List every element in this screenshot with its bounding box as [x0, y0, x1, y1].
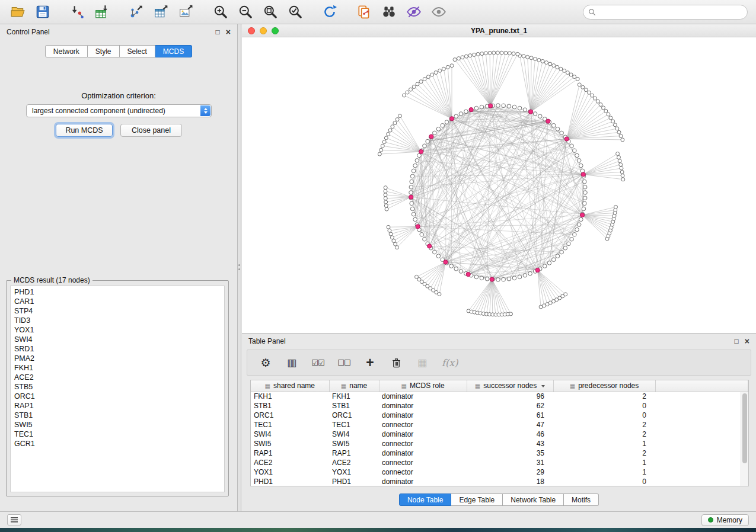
table-row[interactable]: FKH1FKH1dominator962 [251, 392, 748, 401]
network-node[interactable] [413, 217, 417, 222]
run-mcds-button[interactable]: Run MCDS [56, 124, 113, 137]
network-node[interactable] [409, 88, 413, 91]
network-node[interactable] [492, 51, 496, 55]
table-scrollbar[interactable] [741, 392, 748, 486]
network-node[interactable] [384, 200, 388, 204]
network-node[interactable] [409, 185, 413, 190]
table-cell[interactable]: dominator [379, 430, 467, 439]
add-column-icon[interactable]: + [363, 355, 377, 370]
network-node[interactable] [426, 75, 430, 79]
network-node[interactable] [436, 127, 441, 132]
network-node[interactable] [563, 69, 566, 72]
share-document-button[interactable] [355, 2, 374, 21]
network-node[interactable] [523, 274, 527, 278]
network-node[interactable] [464, 55, 468, 58]
network-node[interactable] [529, 56, 533, 60]
import-table-button[interactable] [92, 2, 111, 21]
table-cell[interactable]: YOX1 [251, 467, 329, 477]
network-node[interactable] [384, 197, 387, 200]
table-cell[interactable]: 1 [553, 439, 655, 448]
show-columns-icon[interactable]: ▥ [285, 355, 298, 370]
mcds-result-item[interactable]: PHD1 [11, 287, 224, 297]
zoom-in-button[interactable] [211, 2, 230, 21]
criterion-dropdown[interactable]: largest connected component (undirected) [26, 104, 212, 117]
table-cell[interactable]: 46 [467, 430, 553, 439]
table-cell[interactable]: 18 [467, 477, 553, 486]
network-node[interactable] [390, 236, 394, 239]
mcds-hub-node[interactable] [489, 104, 493, 108]
network-node[interactable] [616, 152, 620, 156]
mcds-hub-node[interactable] [409, 195, 413, 199]
table-cell[interactable]: ORC1 [329, 411, 379, 420]
export-image-button[interactable] [177, 2, 196, 21]
network-node[interactable] [457, 57, 461, 60]
table-row[interactable]: TEC1TEC1connector472 [251, 420, 748, 430]
table-cell[interactable]: TEC1 [251, 420, 329, 430]
network-node[interactable] [384, 190, 387, 193]
network-node[interactable] [387, 132, 390, 136]
network-node[interactable] [484, 52, 487, 55]
float-panel-icon[interactable]: □ [216, 28, 220, 36]
network-node[interactable] [548, 62, 552, 66]
table-cell[interactable]: dominator [379, 392, 467, 401]
table-cell[interactable]: RAP1 [329, 448, 379, 458]
network-node[interactable] [393, 121, 397, 125]
network-node[interactable] [584, 88, 588, 92]
table-cell[interactable]: 29 [467, 467, 553, 477]
network-node[interactable] [512, 52, 515, 56]
network-node[interactable] [508, 52, 512, 55]
network-node[interactable] [387, 225, 390, 229]
network-node[interactable] [410, 174, 414, 178]
network-node[interactable] [433, 250, 437, 254]
network-node[interactable] [445, 120, 449, 124]
export-table-button[interactable] [152, 2, 171, 21]
table-cell[interactable]: RAP1 [251, 448, 329, 458]
mcds-result-item[interactable]: GCR1 [11, 439, 224, 448]
table-row[interactable]: ACE2ACE2connector311 [251, 458, 748, 467]
zoom-fit-button[interactable] [261, 2, 280, 21]
column-filter-chevron-icon[interactable] [541, 385, 545, 387]
deselect-all-icon[interactable]: ☐☐ [337, 355, 350, 370]
network-node[interactable] [587, 91, 591, 94]
column-header[interactable]: ▦MCDS role [379, 380, 467, 392]
mcds-result-item[interactable]: SRD1 [11, 344, 224, 354]
panel-splitter[interactable] [237, 24, 241, 511]
network-node[interactable] [454, 114, 458, 118]
network-node[interactable] [480, 105, 484, 109]
mcds-hub-node[interactable] [581, 172, 585, 177]
hide-elements-button[interactable] [404, 2, 423, 21]
network-node[interactable] [579, 217, 583, 222]
table-cell[interactable]: dominator [379, 411, 467, 420]
table-cell[interactable]: 96 [467, 392, 553, 401]
network-node[interactable] [434, 71, 438, 75]
network-node[interactable] [398, 114, 402, 118]
table-cell[interactable]: 61 [467, 411, 553, 420]
network-node[interactable] [614, 205, 618, 209]
network-node[interactable] [378, 152, 381, 156]
network-node[interactable] [476, 52, 480, 56]
show-elements-button[interactable] [429, 2, 448, 21]
table-cell[interactable]: 0 [553, 401, 655, 411]
mcds-result-item[interactable]: ORC1 [11, 392, 224, 401]
mcds-result-item[interactable]: SWI5 [11, 420, 224, 430]
tab-node-table[interactable]: Node Table [399, 493, 452, 506]
network-node[interactable] [453, 58, 457, 62]
network-node[interactable] [607, 113, 610, 116]
network-node[interactable] [500, 51, 503, 55]
table-cell[interactable]: 47 [467, 420, 553, 430]
network-node[interactable] [509, 312, 513, 316]
table-cell[interactable]: FKH1 [251, 392, 329, 401]
network-node[interactable] [575, 227, 579, 232]
network-node[interactable] [464, 110, 468, 114]
table-row[interactable]: STB1STB1dominator620 [251, 401, 748, 411]
network-node[interactable] [459, 112, 463, 116]
table-cell[interactable]: 2 [553, 392, 655, 401]
network-node[interactable] [526, 55, 529, 59]
network-node[interactable] [496, 278, 500, 282]
table-row[interactable]: PHD1PHD1dominator180 [251, 477, 748, 486]
network-node[interactable] [538, 114, 543, 118]
mcds-result-item[interactable]: TID3 [11, 316, 224, 325]
mcds-hub-node[interactable] [535, 268, 540, 272]
mcds-result-item[interactable]: CAR1 [11, 297, 224, 306]
table-cell[interactable]: PHD1 [329, 477, 379, 486]
